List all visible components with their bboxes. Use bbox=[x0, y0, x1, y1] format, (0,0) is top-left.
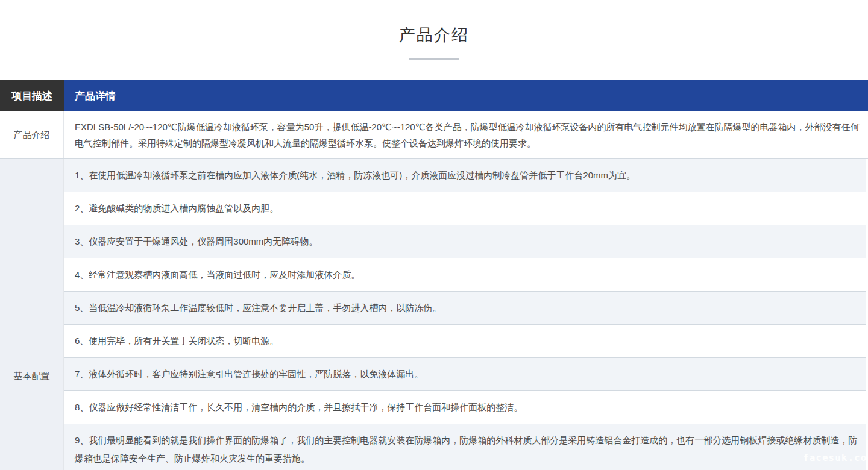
table-row-product-intro: 产品介绍 EXDLSB-50L/-20~-120℃防爆低温冷却液循环泵，容量为5… bbox=[0, 111, 868, 159]
list-item: 8、仪器应做好经常性清洁工作，长久不用，清空槽内的介质，并且擦拭干净，保持工作台… bbox=[64, 391, 866, 424]
list-item: 7、液体外循环时，客户应特别注意引出管连接处的牢固性，严防脱落，以免液体漏出。 bbox=[64, 358, 866, 391]
table-row-basic-config: 基本配置 1、在使用低温冷却液循环泵之前在槽内应加入液体介质(纯水，酒精，防冻液… bbox=[0, 159, 868, 470]
basic-config-list: 1、在使用低温冷却液循环泵之前在槽内应加入液体介质(纯水，酒精，防冻液也可)，介… bbox=[64, 159, 866, 470]
list-item: 6、使用完毕，所有开关置于关闭状态，切断电源。 bbox=[64, 325, 866, 358]
table-header-row: 项目描述 产品详情 bbox=[0, 80, 868, 111]
title-section: 产品介绍 bbox=[0, 0, 868, 80]
row-label-basic-config: 基本配置 bbox=[0, 159, 64, 470]
list-item: 5、当低温冷却液循环泵工作温度较低时，应注意不要开启上盖，手勿进入槽内，以防冻伤… bbox=[64, 292, 866, 325]
column-header-item-description: 项目描述 bbox=[0, 80, 64, 111]
list-item: 1、在使用低温冷却液循环泵之前在槽内应加入液体介质(纯水，酒精，防冻液也可)，介… bbox=[64, 159, 866, 192]
column-header-product-detail: 产品详情 bbox=[64, 80, 868, 111]
list-item: 2、避免酸碱类的物质进入槽内腐蚀盘管以及内胆。 bbox=[64, 192, 866, 225]
list-item: 4、经常注意观察槽内液面高低，当液面过低时，应及时添加液体介质。 bbox=[64, 258, 866, 292]
list-item: 9、我们最明显能看到的就是我们操作界面的防爆箱了，我们的主要控制电器就安装在防爆… bbox=[64, 424, 866, 470]
list-item: 3、仪器应安置于干燥通风处，仪器周围300mm内无障碍物。 bbox=[64, 225, 866, 258]
product-intro-text: EXDLSB-50L/-20~-120℃防爆低温冷却液循环泵，容量为50升，提供… bbox=[64, 111, 866, 158]
row-label-product-intro: 产品介绍 bbox=[0, 111, 64, 158]
title-divider bbox=[409, 58, 459, 60]
page-title: 产品介绍 bbox=[399, 24, 469, 46]
product-intro-page: 产品介绍 项目描述 产品详情 产品介绍 EXDLSB-50L/-20~-120℃… bbox=[0, 0, 868, 470]
product-table: 项目描述 产品详情 产品介绍 EXDLSB-50L/-20~-120℃防爆低温冷… bbox=[0, 80, 868, 470]
